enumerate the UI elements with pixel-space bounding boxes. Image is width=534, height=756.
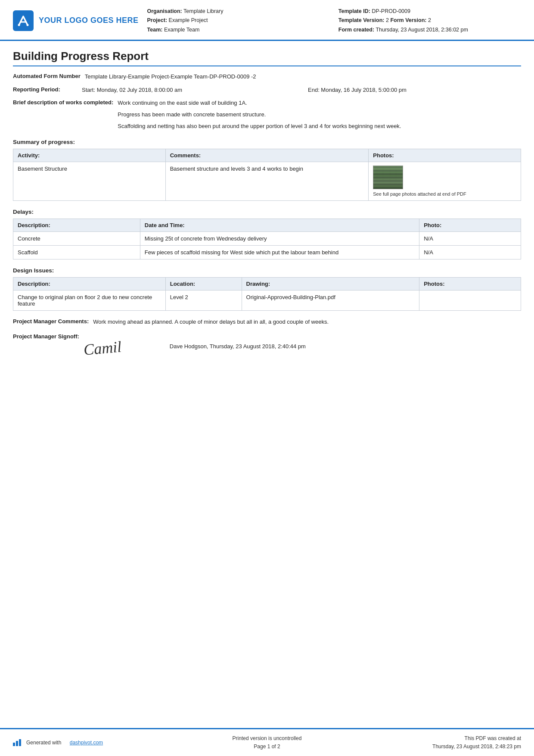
dashpivot-icon bbox=[13, 739, 21, 746]
manager-comments-row: Project Manager Comments: Work moving ah… bbox=[13, 318, 521, 327]
table-row: Concrete Missing 25t of concrete from We… bbox=[13, 232, 521, 246]
template-id-label: Template ID: bbox=[338, 8, 370, 14]
manager-signoff-label: Project Manager Signoff: bbox=[13, 333, 84, 340]
footer: Generated with dashpivot.com Printed ver… bbox=[0, 728, 534, 756]
table-row: Change to original plan on floor 2 due t… bbox=[13, 291, 521, 311]
form-version-value: 2 bbox=[428, 17, 431, 23]
logo-icon bbox=[13, 10, 34, 31]
header-meta: Organisation: Template Library Project: … bbox=[147, 7, 521, 34]
template-version-value: 2 bbox=[386, 17, 389, 23]
reporting-period-label: Reporting Period: bbox=[13, 86, 82, 93]
design-issues-section-title: Design Issues: bbox=[13, 267, 521, 274]
design-drawing-0: Original-Approved-Building-Plan.pdf bbox=[242, 291, 419, 311]
pdf-created-text: This PDF was created at bbox=[352, 734, 521, 743]
design-col-location: Location: bbox=[165, 278, 242, 291]
delay-photo-1: N/A bbox=[419, 246, 521, 259]
form-version-label: Form Version: bbox=[390, 17, 426, 23]
design-col-drawing: Drawing: bbox=[242, 278, 419, 291]
reporting-period-value: Start: Monday, 02 July 2018, 8:00:00 am … bbox=[82, 86, 521, 95]
summary-photos-cell: See full page photos attached at end of … bbox=[369, 162, 521, 200]
form-number-label: Automated Form Number bbox=[13, 72, 85, 79]
pdf-created-date: Thursday, 23 August 2018, 2:48:23 pm bbox=[352, 743, 521, 751]
header-meta-left: Organisation: Template Library Project: … bbox=[147, 7, 330, 34]
generated-text: Generated with bbox=[26, 740, 61, 746]
dashpivot-link[interactable]: dashpivot.com bbox=[70, 740, 103, 746]
delays-col-description: Description: bbox=[13, 219, 140, 232]
delay-date-0: Missing 25t of concrete from Wednesday d… bbox=[140, 232, 419, 246]
uncontrolled-text: Printed version is uncontrolled bbox=[182, 734, 351, 743]
summary-comments-cell: Basement structure and levels 3 and 4 wo… bbox=[165, 162, 369, 200]
brief-description-value: Work continuing on the east side wall of… bbox=[118, 99, 521, 131]
delay-description-1: Scaffold bbox=[13, 246, 140, 259]
logo-area: YOUR LOGO GOES HERE bbox=[13, 7, 139, 34]
summary-col-activity: Activity: bbox=[13, 149, 166, 162]
project-value: Example Project bbox=[169, 17, 208, 23]
design-col-description: Description: bbox=[13, 278, 166, 291]
project-label: Project: bbox=[147, 17, 168, 23]
design-location-0: Level 2 bbox=[165, 291, 242, 311]
manager-signoff-row: Project Manager Signoff: Camil Dave Hodg… bbox=[13, 333, 521, 359]
photo-caption: See full page photos attached at end of … bbox=[373, 191, 466, 197]
delays-col-photo: Photo: bbox=[419, 219, 521, 232]
delay-date-1: Few pieces of scaffold missing for West … bbox=[140, 246, 419, 259]
design-issues-table: Description: Location: Drawing: Photos: … bbox=[13, 277, 521, 311]
summary-col-photos: Photos: bbox=[369, 149, 521, 162]
footer-left: Generated with dashpivot.com bbox=[13, 739, 182, 746]
brief-line-1: Work continuing on the east side wall of… bbox=[118, 99, 521, 108]
signoff-name-date: Dave Hodgson, Thursday, 23 August 2018, … bbox=[170, 342, 306, 351]
header-meta-right: Template ID: DP-PROD-0009 Template Versi… bbox=[338, 7, 521, 34]
photo-thumb-inner bbox=[373, 166, 403, 189]
delays-section-title: Delays: bbox=[13, 209, 521, 215]
photo-container: See full page photos attached at end of … bbox=[373, 166, 516, 197]
brief-description-row: Brief description of works completed: Wo… bbox=[13, 99, 521, 131]
svg-point-2 bbox=[27, 24, 29, 26]
delay-photo-0: N/A bbox=[419, 232, 521, 246]
template-version-label: Template Version: bbox=[338, 17, 385, 23]
summary-table: Activity: Comments: Photos: Basement Str… bbox=[13, 149, 521, 201]
brief-description-label: Brief description of works completed: bbox=[13, 99, 118, 106]
form-number-row: Automated Form Number Template Library-E… bbox=[13, 72, 521, 81]
brief-line-3: Scaffolding and netting has also been pu… bbox=[118, 122, 521, 131]
summary-col-comments: Comments: bbox=[165, 149, 369, 162]
org-label: Organisation: bbox=[147, 8, 182, 14]
brief-line-2: Progress has been made with concrete bas… bbox=[118, 110, 521, 119]
signature-area: Camil Dave Hodgson, Thursday, 23 August … bbox=[84, 334, 521, 359]
template-id-value: DP-PROD-0009 bbox=[372, 8, 410, 14]
delays-table: Description: Date and Time: Photo: Concr… bbox=[13, 219, 521, 259]
reporting-period-end: End: Monday, 16 July 2018, 5:00:00 pm bbox=[308, 86, 521, 95]
summary-activity-cell: Basement Structure bbox=[13, 162, 166, 200]
form-created-value: Thursday, 23 August 2018, 2:36:02 pm bbox=[376, 27, 468, 33]
svg-rect-0 bbox=[13, 10, 34, 31]
report-title: Building Progress Report bbox=[13, 50, 521, 66]
design-col-photos: Photos: bbox=[419, 278, 521, 291]
org-value: Template Library bbox=[183, 8, 223, 14]
design-description-0: Change to original plan on floor 2 due t… bbox=[13, 291, 166, 311]
manager-signoff-value: Camil Dave Hodgson, Thursday, 23 August … bbox=[84, 333, 521, 359]
svg-point-1 bbox=[18, 24, 20, 26]
reporting-period-row: Reporting Period: Start: Monday, 02 July… bbox=[13, 86, 521, 95]
photo-thumbnail bbox=[373, 166, 403, 189]
manager-comments-value: Work moving ahead as planned. A couple o… bbox=[93, 318, 521, 327]
delays-col-date: Date and Time: bbox=[140, 219, 419, 232]
summary-section-title: Summary of progress: bbox=[13, 139, 521, 145]
content: Building Progress Report Automated Form … bbox=[0, 41, 534, 372]
team-value: Example Team bbox=[164, 27, 199, 33]
design-photos-0 bbox=[419, 291, 521, 311]
team-label: Team: bbox=[147, 27, 163, 33]
footer-center: Printed version is uncontrolled Page 1 o… bbox=[182, 734, 351, 751]
table-row: Basement Structure Basement structure an… bbox=[13, 162, 521, 200]
delay-description-0: Concrete bbox=[13, 232, 140, 246]
reporting-period-start: Start: Monday, 02 July 2018, 8:00:00 am bbox=[82, 86, 295, 95]
header: YOUR LOGO GOES HERE Organisation: Templa… bbox=[0, 0, 534, 41]
form-number-value: Template Library-Example Project-Example… bbox=[85, 72, 521, 81]
form-created-label: Form created: bbox=[338, 27, 374, 33]
logo-text: YOUR LOGO GOES HERE bbox=[39, 16, 139, 25]
footer-right: This PDF was created at Thursday, 23 Aug… bbox=[352, 734, 521, 751]
table-row: Scaffold Few pieces of scaffold missing … bbox=[13, 246, 521, 259]
manager-comments-label: Project Manager Comments: bbox=[13, 318, 93, 325]
page-text: Page 1 of 2 bbox=[182, 743, 351, 751]
signature-image: Camil bbox=[83, 331, 162, 362]
